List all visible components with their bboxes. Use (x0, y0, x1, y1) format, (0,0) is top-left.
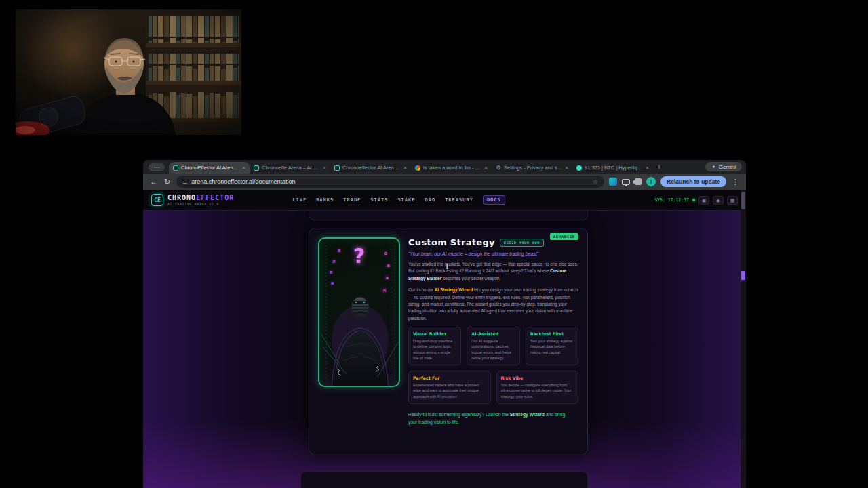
camera-button[interactable]: ▣ (698, 196, 709, 205)
profile-avatar[interactable]: I (646, 177, 656, 186)
feature-row: Visual Builder Drag-and-drop interface t… (408, 327, 578, 365)
site-info-icon[interactable]: ☰ (182, 179, 187, 185)
paragraph-2: Our in-house AI Strategy Wizard lets you… (408, 287, 578, 322)
site-logo[interactable]: CE CHRONOEFFECTOR AI_TRADING_ARENA_V2.0 (151, 194, 234, 206)
gemini-label: Gemini (719, 164, 736, 170)
floating-glyph: п (330, 270, 332, 275)
tab-close-icon[interactable]: × (646, 165, 649, 171)
browser-toolbar: ← ↻ ☰ arena.chronoeffector.ai/documentat… (143, 174, 746, 190)
tab-close-icon[interactable]: × (323, 165, 326, 171)
nav-trade[interactable]: TRADE (343, 197, 361, 203)
tab-title: is taken a word in llm - Rech (423, 165, 481, 171)
back-icon[interactable]: ← (149, 178, 158, 186)
paragraph-1: You've studied the markets. You've got t… (408, 261, 578, 282)
grid-button[interactable]: ▦ (727, 196, 738, 205)
relaunch-button[interactable]: Relaunch to update (660, 176, 726, 187)
scrollbar-thumb[interactable] (741, 192, 745, 209)
browser-tab[interactable]: ChronoEffector AI Arena – A × (169, 162, 250, 174)
nav-live[interactable]: LIVE (292, 197, 307, 203)
browser-tab[interactable]: ⚙ Settings - Privacy and securi × (492, 162, 572, 174)
ce-logo-badge: CE (151, 194, 163, 206)
screen: ⋯ ChronoEffector AI Arena – A × Chronoef… (0, 0, 868, 488)
feature-body: Test your strategy against historical da… (530, 338, 574, 355)
nav-treasury[interactable]: TREASURY (445, 197, 473, 203)
nav-docs[interactable]: DOCS (483, 195, 505, 205)
paragraph-1-text: becomes your secret weapon. (441, 276, 500, 281)
text-cursor: I (446, 262, 448, 271)
site-favicon (173, 165, 178, 171)
cta-text-part: Ready to build something legendary? Laun… (408, 412, 510, 417)
website-viewport: CE CHRONOEFFECTOR AI_TRADING_ARENA_V2.0 … (143, 190, 746, 488)
scrollbar[interactable] (741, 190, 746, 488)
nav-ranks[interactable]: RANKS (316, 197, 334, 203)
brand-text: CHRONOEFFECTOR AI_TRADING_ARENA_V2.0 (167, 194, 234, 206)
wallet-extension-icon[interactable] (609, 178, 617, 186)
webcam-scene (16, 9, 241, 135)
browser-window: ⋯ ChronoEffector AI Arena – A × Chronoef… (143, 160, 746, 488)
browser-tab[interactable]: Chronoeffe Arena – AI Tradin × (250, 162, 330, 174)
browser-menu-icon[interactable]: ⋮ (731, 178, 740, 186)
cta-text: Ready to build something legendary? Laun… (408, 411, 573, 426)
tab-title: Chronoeffector AI Arena – A (342, 165, 401, 171)
extensions-icon[interactable] (635, 178, 642, 185)
site-favicon (254, 165, 259, 171)
previous-card-edge (309, 211, 588, 220)
new-tab-button[interactable]: + (657, 163, 661, 171)
address-bar[interactable]: ☰ arena.chronoeffector.ai/documentation … (176, 176, 604, 188)
brand-primary: CHRONO (167, 194, 196, 201)
build-your-own-badge: BUILD YOUR OWN (500, 239, 544, 247)
scrollbar-marker (741, 271, 745, 280)
tab-search-button[interactable]: ⋯ (149, 163, 165, 171)
browser-tab[interactable]: is taken a word in llm - Rech × (411, 162, 492, 174)
browser-tab[interactable]: 91,325 | BTC | Hyperliquid × (572, 162, 653, 174)
tab-close-icon[interactable]: × (242, 165, 245, 171)
feature-title: Visual Builder (413, 331, 456, 336)
next-card-edge (300, 471, 588, 488)
info-row: Perfect For Experienced traders who have… (408, 371, 578, 404)
tab-title: ChronoEffector AI Arena – A (181, 165, 239, 171)
tab-close-icon[interactable]: × (403, 165, 407, 171)
feature-title: AI-Assisted (471, 331, 515, 336)
card-content: Custom Strategy BUILD YOUR OWN "Your bra… (408, 237, 578, 446)
tab-title: 91,325 | BTC | Hyperliquid (585, 165, 643, 171)
tagline: "Your brain, our AI muscle – design the … (408, 251, 578, 256)
nav-dao[interactable]: DAO (425, 197, 435, 203)
tab-close-icon[interactable]: × (565, 165, 568, 171)
floating-glyph: ж (386, 275, 389, 281)
feature-box-backtest-first: Backtest First Test your strategy agains… (526, 327, 578, 365)
tab-strip: ⋯ ChronoEffector AI Arena – A × Chronoef… (143, 160, 746, 174)
floating-glyph: е (338, 248, 340, 253)
floating-glyph: д (383, 287, 386, 293)
paragraph-2-highlight: AI Strategy Wizard (435, 287, 473, 292)
record-button[interactable]: ◉ (713, 196, 724, 205)
info-title: Risk Vibe (501, 375, 574, 380)
strategy-artwork: ? е л п н о в ж д (318, 237, 400, 387)
info-body: You decide — configure everything from u… (501, 382, 574, 399)
gemini-button[interactable]: ✦ Gemini (705, 162, 742, 171)
tab-close-icon[interactable]: × (484, 165, 488, 171)
info-body: Experienced traders who have a proven ed… (413, 382, 486, 399)
bookmark-star-icon[interactable]: ☆ (593, 178, 598, 185)
paragraph-2-text: Our in-house (408, 287, 435, 292)
question-mark: ? (353, 244, 365, 268)
google-favicon (415, 165, 420, 171)
site-nav: LIVE RANKS TRADE STATS STAKE DAO TREASUR… (292, 195, 505, 205)
floating-glyph: л (332, 259, 335, 264)
floating-glyph: н (331, 281, 334, 286)
browser-tab[interactable]: Chronoeffector AI Arena – A × (330, 162, 411, 174)
reload-icon[interactable]: ↻ (163, 178, 172, 186)
floating-glyph: в (387, 263, 390, 268)
cta-highlight: Strategy Wizard (510, 412, 545, 417)
nav-stake[interactable]: STAKE (397, 197, 415, 203)
info-box-risk-vibe: Risk Vibe You decide — configure everyth… (496, 371, 579, 404)
install-app-icon[interactable] (622, 179, 630, 185)
card-title: Custom Strategy (408, 237, 495, 247)
info-title: Perfect For (413, 375, 486, 380)
sparkle-icon: ✦ (711, 164, 716, 170)
tab-title: Chronoeffe Arena – AI Tradin (262, 165, 320, 171)
floating-glyph: о (384, 251, 387, 256)
advanced-badge: ADVANCED (550, 233, 578, 240)
nav-stats[interactable]: STATS (370, 197, 388, 203)
feature-title: Backtest First (530, 331, 574, 336)
brand-secondary: EFFECTOR (196, 194, 234, 201)
